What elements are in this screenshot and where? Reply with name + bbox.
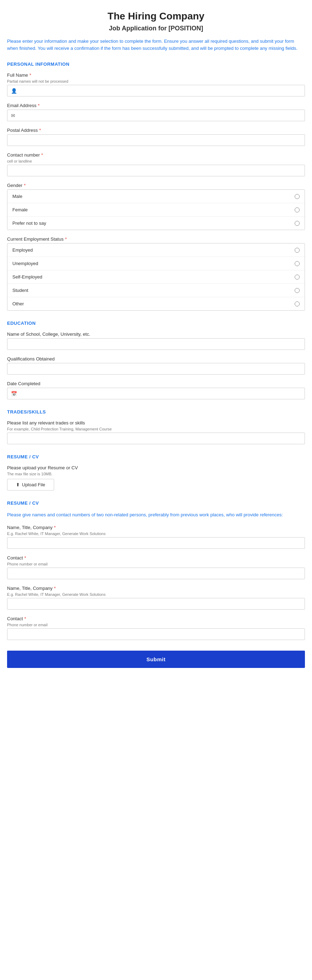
employment-student-option[interactable]: Student [8,284,305,297]
employment-other-label: Other [12,301,295,306]
qualifications-group: Qualifications Obtained [7,356,305,375]
employment-required: * [65,236,67,242]
full-name-hint: Partial names will not be processed [7,79,305,83]
employment-student-radio[interactable] [295,288,299,293]
employment-unemployed-radio[interactable] [295,261,299,266]
gender-prefer-not-radio[interactable] [295,221,299,226]
trades-section: TRADES/SKILLS Please list any relevant t… [7,409,305,444]
postal-input[interactable] [7,134,305,146]
ref2-name-label: Name, Title, Company * [7,585,305,591]
resume-upload-section: RESUME / CV Please upload your Resume or… [7,454,305,490]
ref1-contact-required: * [24,555,26,560]
employment-group: Current Employment Status * Employed Une… [7,236,305,311]
resume-upload-hint: The max file size is 10MB. [7,472,305,476]
submit-button[interactable]: Submit [13,656,299,662]
email-input[interactable] [18,110,301,121]
ref2-contact-hint: Phone number or email [7,623,305,627]
education-section-title: EDUCATION [7,321,305,326]
intro-text: Please enter your information and make y… [7,38,305,52]
postal-required: * [39,127,41,133]
date-completed-group: Date Completed 📅 [7,381,305,399]
employment-unemployed-label: Unemployed [12,261,295,266]
gender-female-radio[interactable] [295,207,299,212]
email-label: Email Address * [7,103,305,108]
ref1-contact-input[interactable] [7,568,305,579]
trades-group: Please list any relevant trades or skill… [7,420,305,444]
employment-employed-label: Employed [12,247,295,253]
employment-self-employed-radio[interactable] [295,275,299,280]
calendar-icon: 📅 [11,391,17,396]
ref2-name-placeholder-hint: E.g. Rachel White, IT Manager, Generate … [7,592,305,597]
ref1-name-label: Name, Title, Company * [7,525,305,530]
gender-radio-group: Male Female Prefer not to say [7,189,305,230]
employment-label: Current Employment Status * [7,236,305,242]
ref2-contact-input[interactable] [7,628,305,640]
ref1-contact-hint: Phone number or email [7,562,305,566]
qualifications-input[interactable] [7,363,305,375]
upload-icon: ⬆ [16,482,20,487]
employment-employed-option[interactable]: Employed [8,243,305,257]
gender-required: * [24,183,26,188]
references-section: RESUME / CV Please give names and contac… [7,500,305,640]
page-title: The Hiring Company [7,11,305,22]
references-description: Please give names and contact numbers of… [7,511,305,519]
gender-label: Gender * [7,183,305,188]
ref1-contact-group: Contact * Phone number or email [7,555,305,579]
gender-prefer-not-label: Prefer not to say [12,221,295,226]
email-input-wrapper: ✉ [7,110,305,121]
gender-prefer-not-option[interactable]: Prefer not to say [8,216,305,230]
contact-required: * [42,152,43,158]
ref2-name-input[interactable] [7,598,305,609]
school-name-input[interactable] [7,338,305,350]
employment-other-option[interactable]: Other [8,297,305,310]
gender-female-option[interactable]: Female [8,203,305,216]
contact-group: Contact number * cell or landline [7,152,305,177]
email-required: * [38,103,40,108]
employment-other-radio[interactable] [295,301,299,306]
postal-group: Postal Address * [7,127,305,146]
references-section-title: RESUME / CV [7,500,305,506]
ref2-contact-required: * [24,616,26,621]
employment-self-employed-label: Self-Employed [12,274,295,280]
resume-upload-description: Please upload your Resume or CV [7,465,305,470]
submit-bar[interactable]: Submit [7,651,305,668]
gender-group: Gender * Male Female Prefer not to say [7,183,305,230]
full-name-label: Full Name * [7,72,305,78]
trades-hint: For example, Child Protection Training, … [7,427,305,431]
ref1-name-group: Name, Title, Company * E.g. Rachel White… [7,525,305,549]
email-icon: ✉ [11,113,15,118]
contact-input[interactable] [7,165,305,177]
upload-file-button[interactable]: ⬆ Upload File [7,479,54,490]
school-name-group: Name of School, College, University, etc… [7,331,305,350]
contact-label: Contact number * [7,152,305,158]
gender-male-label: Male [12,194,295,199]
ref2-name-group: Name, Title, Company * E.g. Rachel White… [7,585,305,609]
gender-male-option[interactable]: Male [8,190,305,203]
employment-employed-radio[interactable] [295,248,299,253]
upload-btn-label: Upload File [22,482,45,487]
ref1-name-input[interactable] [7,537,305,549]
personal-information-section: PERSONAL INFORMATION Full Name * Partial… [7,62,305,311]
postal-label: Postal Address * [7,127,305,133]
school-name-label: Name of School, College, University, etc… [7,331,305,337]
resume-upload-group: Please upload your Resume or CV The max … [7,465,305,490]
full-name-input-wrapper: 👤 [7,85,305,97]
full-name-input[interactable] [20,85,301,96]
date-completed-label: Date Completed [7,381,305,386]
qualifications-label: Qualifications Obtained [7,356,305,361]
education-section: EDUCATION Name of School, College, Unive… [7,321,305,399]
date-completed-input[interactable] [20,388,301,399]
ref2-contact-label: Contact * [7,616,305,621]
full-name-group: Full Name * Partial names will not be pr… [7,72,305,97]
employment-self-employed-option[interactable]: Self-Employed [8,270,305,284]
gender-male-radio[interactable] [295,194,299,199]
employment-student-label: Student [12,288,295,293]
page-subtitle: Job Application for [POSITION] [7,25,305,32]
ref1-name-required: * [54,525,56,530]
ref2-name-required: * [54,585,56,591]
employment-radio-group: Employed Unemployed Self-Employed Studen… [7,243,305,311]
contact-hint: cell or landline [7,159,305,163]
employment-unemployed-option[interactable]: Unemployed [8,257,305,270]
trades-input[interactable] [7,433,305,444]
gender-female-label: Female [12,207,295,212]
